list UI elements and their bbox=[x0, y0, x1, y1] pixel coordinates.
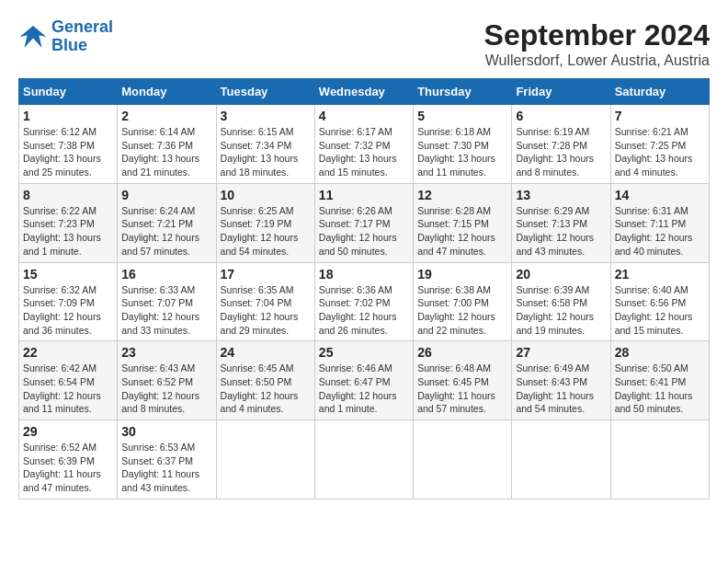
calendar-cell: 21Sunrise: 6:40 AM Sunset: 6:56 PM Dayli… bbox=[610, 262, 709, 341]
day-number: 20 bbox=[516, 267, 606, 282]
day-info: Sunrise: 6:38 AM Sunset: 7:00 PM Dayligh… bbox=[417, 283, 507, 338]
svg-marker-0 bbox=[20, 26, 47, 48]
calendar-cell: 15Sunrise: 6:32 AM Sunset: 7:09 PM Dayli… bbox=[19, 262, 118, 341]
day-info: Sunrise: 6:53 AM Sunset: 6:37 PM Dayligh… bbox=[121, 441, 211, 495]
day-info: Sunrise: 6:43 AM Sunset: 6:52 PM Dayligh… bbox=[121, 362, 211, 416]
calendar-cell: 27Sunrise: 6:49 AM Sunset: 6:43 PM Dayli… bbox=[512, 341, 610, 420]
calendar-cell: 12Sunrise: 6:28 AM Sunset: 7:15 PM Dayli… bbox=[414, 183, 512, 262]
calendar-week-row: 8Sunrise: 6:22 AM Sunset: 7:23 PM Daylig… bbox=[19, 183, 710, 262]
title-block: September 2024 Wullersdorf, Lower Austri… bbox=[484, 18, 710, 69]
page-title: September 2024 bbox=[484, 18, 710, 52]
day-info: Sunrise: 6:24 AM Sunset: 7:21 PM Dayligh… bbox=[121, 204, 211, 259]
calendar-week-row: 1Sunrise: 6:12 AM Sunset: 7:38 PM Daylig… bbox=[19, 105, 710, 184]
logo: General Blue bbox=[18, 18, 113, 55]
day-info: Sunrise: 6:26 AM Sunset: 7:17 PM Dayligh… bbox=[319, 204, 409, 259]
day-info: Sunrise: 6:33 AM Sunset: 7:07 PM Dayligh… bbox=[121, 283, 211, 338]
calendar-cell: 7Sunrise: 6:21 AM Sunset: 7:25 PM Daylig… bbox=[610, 105, 709, 184]
calendar-cell: 20Sunrise: 6:39 AM Sunset: 6:58 PM Dayli… bbox=[512, 262, 610, 341]
day-info: Sunrise: 6:32 AM Sunset: 7:09 PM Dayligh… bbox=[23, 283, 113, 338]
day-info: Sunrise: 6:15 AM Sunset: 7:34 PM Dayligh… bbox=[221, 125, 311, 179]
day-info: Sunrise: 6:12 AM Sunset: 7:38 PM Dayligh… bbox=[23, 125, 113, 179]
day-info: Sunrise: 6:50 AM Sunset: 6:41 PM Dayligh… bbox=[615, 362, 705, 416]
day-number: 8 bbox=[23, 188, 113, 202]
calendar-cell: 3Sunrise: 6:15 AM Sunset: 7:34 PM Daylig… bbox=[216, 105, 314, 184]
day-info: Sunrise: 6:35 AM Sunset: 7:04 PM Dayligh… bbox=[221, 283, 311, 338]
calendar-cell: 16Sunrise: 6:33 AM Sunset: 7:07 PM Dayli… bbox=[118, 262, 216, 341]
day-number: 12 bbox=[417, 188, 507, 202]
day-info: Sunrise: 6:40 AM Sunset: 6:56 PM Dayligh… bbox=[615, 283, 705, 338]
day-number: 25 bbox=[319, 345, 409, 360]
column-header-sunday: Sunday bbox=[19, 79, 118, 105]
day-info: Sunrise: 6:28 AM Sunset: 7:15 PM Dayligh… bbox=[417, 204, 507, 259]
logo-icon bbox=[18, 22, 48, 52]
day-number: 4 bbox=[319, 109, 409, 123]
calendar-cell: 25Sunrise: 6:46 AM Sunset: 6:47 PM Dayli… bbox=[314, 341, 413, 420]
calendar-cell: 17Sunrise: 6:35 AM Sunset: 7:04 PM Dayli… bbox=[216, 262, 314, 341]
calendar-cell: 24Sunrise: 6:45 AM Sunset: 6:50 PM Dayli… bbox=[216, 341, 314, 420]
day-number: 24 bbox=[221, 345, 311, 360]
calendar-table: SundayMondayTuesdayWednesdayThursdayFrid… bbox=[18, 78, 710, 500]
calendar-cell: 1Sunrise: 6:12 AM Sunset: 7:38 PM Daylig… bbox=[19, 105, 118, 184]
day-info: Sunrise: 6:36 AM Sunset: 7:02 PM Dayligh… bbox=[319, 283, 409, 338]
column-header-friday: Friday bbox=[512, 79, 610, 105]
calendar-cell: 13Sunrise: 6:29 AM Sunset: 7:13 PM Dayli… bbox=[512, 183, 610, 262]
day-number: 7 bbox=[615, 109, 705, 123]
day-number: 13 bbox=[516, 188, 606, 202]
day-number: 30 bbox=[121, 424, 211, 439]
calendar-cell: 14Sunrise: 6:31 AM Sunset: 7:11 PM Dayli… bbox=[610, 183, 709, 262]
day-info: Sunrise: 6:42 AM Sunset: 6:54 PM Dayligh… bbox=[23, 362, 113, 416]
calendar-cell: 26Sunrise: 6:48 AM Sunset: 6:45 PM Dayli… bbox=[414, 341, 512, 420]
day-number: 23 bbox=[121, 345, 211, 360]
day-number: 11 bbox=[319, 188, 409, 202]
calendar-cell: 18Sunrise: 6:36 AM Sunset: 7:02 PM Dayli… bbox=[314, 262, 413, 341]
day-info: Sunrise: 6:19 AM Sunset: 7:28 PM Dayligh… bbox=[516, 125, 606, 179]
column-header-wednesday: Wednesday bbox=[314, 79, 413, 105]
calendar-cell bbox=[512, 420, 610, 500]
calendar-cell: 10Sunrise: 6:25 AM Sunset: 7:19 PM Dayli… bbox=[216, 183, 314, 262]
day-number: 21 bbox=[615, 267, 705, 282]
day-info: Sunrise: 6:18 AM Sunset: 7:30 PM Dayligh… bbox=[417, 125, 507, 179]
column-header-monday: Monday bbox=[118, 79, 216, 105]
calendar-header-row: SundayMondayTuesdayWednesdayThursdayFrid… bbox=[19, 79, 710, 105]
day-info: Sunrise: 6:21 AM Sunset: 7:25 PM Dayligh… bbox=[615, 125, 705, 179]
calendar-cell: 8Sunrise: 6:22 AM Sunset: 7:23 PM Daylig… bbox=[19, 183, 118, 262]
day-info: Sunrise: 6:46 AM Sunset: 6:47 PM Dayligh… bbox=[319, 362, 409, 416]
day-number: 10 bbox=[221, 188, 311, 202]
day-number: 16 bbox=[121, 267, 211, 282]
calendar-cell bbox=[414, 420, 512, 500]
calendar-cell: 11Sunrise: 6:26 AM Sunset: 7:17 PM Dayli… bbox=[314, 183, 413, 262]
calendar-cell: 23Sunrise: 6:43 AM Sunset: 6:52 PM Dayli… bbox=[118, 341, 216, 420]
day-info: Sunrise: 6:17 AM Sunset: 7:32 PM Dayligh… bbox=[319, 125, 409, 179]
day-info: Sunrise: 6:52 AM Sunset: 6:39 PM Dayligh… bbox=[23, 441, 113, 495]
calendar-cell: 28Sunrise: 6:50 AM Sunset: 6:41 PM Dayli… bbox=[610, 341, 709, 420]
calendar-week-row: 15Sunrise: 6:32 AM Sunset: 7:09 PM Dayli… bbox=[19, 262, 710, 341]
page-subtitle: Wullersdorf, Lower Austria, Austria bbox=[484, 52, 710, 69]
column-header-thursday: Thursday bbox=[414, 79, 512, 105]
calendar-cell bbox=[314, 420, 413, 500]
day-number: 6 bbox=[516, 109, 606, 123]
day-number: 14 bbox=[615, 188, 705, 202]
day-info: Sunrise: 6:31 AM Sunset: 7:11 PM Dayligh… bbox=[615, 204, 705, 259]
calendar-cell: 9Sunrise: 6:24 AM Sunset: 7:21 PM Daylig… bbox=[118, 183, 216, 262]
calendar-week-row: 22Sunrise: 6:42 AM Sunset: 6:54 PM Dayli… bbox=[19, 341, 710, 420]
calendar-cell bbox=[610, 420, 709, 500]
day-info: Sunrise: 6:48 AM Sunset: 6:45 PM Dayligh… bbox=[417, 362, 507, 416]
calendar-cell: 5Sunrise: 6:18 AM Sunset: 7:30 PM Daylig… bbox=[414, 105, 512, 184]
day-number: 28 bbox=[615, 345, 705, 360]
day-number: 17 bbox=[221, 267, 311, 282]
day-number: 22 bbox=[23, 345, 113, 360]
day-info: Sunrise: 6:14 AM Sunset: 7:36 PM Dayligh… bbox=[121, 125, 211, 179]
page-header: General Blue September 2024 Wullersdorf,… bbox=[18, 18, 710, 69]
column-header-saturday: Saturday bbox=[610, 79, 709, 105]
logo-text: General Blue bbox=[51, 18, 113, 55]
day-number: 5 bbox=[417, 109, 507, 123]
calendar-cell: 2Sunrise: 6:14 AM Sunset: 7:36 PM Daylig… bbox=[118, 105, 216, 184]
day-info: Sunrise: 6:22 AM Sunset: 7:23 PM Dayligh… bbox=[23, 204, 113, 259]
day-number: 15 bbox=[23, 267, 113, 282]
day-number: 18 bbox=[319, 267, 409, 282]
day-number: 1 bbox=[23, 109, 113, 123]
day-number: 9 bbox=[121, 188, 211, 202]
day-number: 29 bbox=[23, 424, 113, 439]
day-info: Sunrise: 6:25 AM Sunset: 7:19 PM Dayligh… bbox=[221, 204, 311, 259]
day-number: 2 bbox=[121, 109, 211, 123]
